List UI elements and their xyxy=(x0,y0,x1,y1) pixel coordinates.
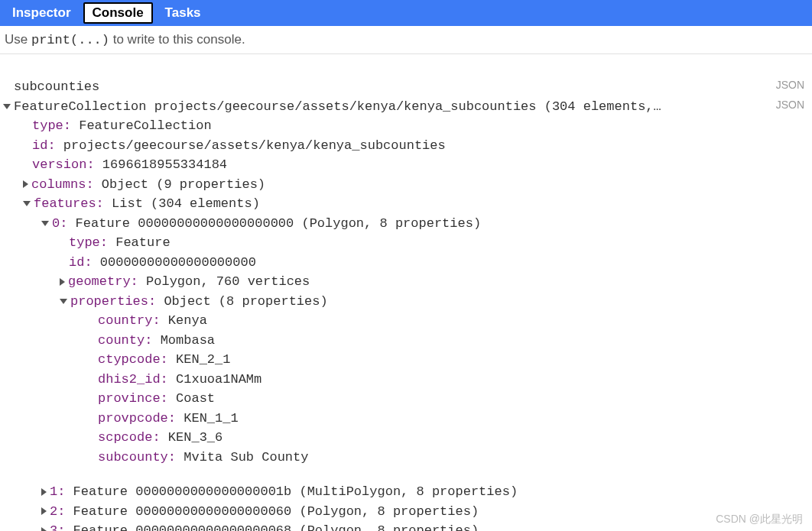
key-label: ctypcode: xyxy=(98,352,168,367)
caret-down-icon[interactable] xyxy=(23,201,31,206)
caret-right-icon[interactable] xyxy=(60,278,65,286)
prop-scpcode-row: scpcode: KEN_3_6 xyxy=(0,428,812,448)
tab-tasks[interactable]: Tasks xyxy=(156,2,210,24)
value-text: List (304 elements) xyxy=(112,196,260,211)
f0-properties-row[interactable]: properties: Object (8 properties) xyxy=(0,292,812,312)
caret-down-icon[interactable] xyxy=(3,104,11,109)
prop-provpcode-row: provpcode: KEN_1_1 xyxy=(0,409,812,429)
value-text: Feature 00000000000000000068 (Polygon, 8… xyxy=(73,523,479,531)
key-label: geometry: xyxy=(68,274,138,289)
key-label: provpcode: xyxy=(98,411,176,426)
fc-header: FeatureCollection projects/geecourse/ass… xyxy=(14,99,661,114)
value-text: Object (8 properties) xyxy=(164,294,327,309)
f0-geometry-row[interactable]: geometry: Polygon, 760 vertices xyxy=(0,272,812,292)
value-text: Mombasa xyxy=(161,333,215,348)
value-text: KEN_2_1 xyxy=(176,352,230,367)
console-hint: Use print(...) to write to this console. xyxy=(0,26,812,54)
value-text: Mvita Sub County xyxy=(184,450,308,465)
key-label: features: xyxy=(34,196,104,211)
key-label: country: xyxy=(98,313,161,328)
watermark: CSDN @此星光明 xyxy=(716,513,803,526)
json-button[interactable]: JSON xyxy=(776,77,804,93)
caret-right-icon[interactable] xyxy=(41,488,47,496)
key-label: type: xyxy=(32,118,71,133)
prop-county-row: county: Mombasa xyxy=(0,331,812,351)
console-body: JSON subcounties JSON FeatureCollection … xyxy=(0,54,812,531)
key-label: subcounty: xyxy=(98,450,176,465)
value-text: KEN_1_1 xyxy=(184,411,238,426)
fc-features-row[interactable]: features: List (304 elements) xyxy=(0,194,812,214)
log-entry-title: JSON subcounties xyxy=(0,77,812,97)
caret-right-icon[interactable] xyxy=(23,180,28,188)
value-text: 1696618955334184 xyxy=(102,157,227,172)
caret-down-icon[interactable] xyxy=(41,221,49,226)
prop-subcounty-row: subcounty: Mvita Sub County xyxy=(0,448,812,468)
value-text: Feature 0000000000000000001b (MultiPolyg… xyxy=(73,484,518,499)
value-text: 00000000000000000000 xyxy=(100,255,256,270)
log-entry-featurecollection: JSON FeatureCollection projects/geecours… xyxy=(0,97,812,532)
feature-3-row[interactable]: 3: Feature 00000000000000000068 (Polygon… xyxy=(0,521,812,531)
key-label: properties: xyxy=(70,294,156,309)
value-text: Object (9 properties) xyxy=(102,177,265,192)
tab-bar: Inspector Console Tasks xyxy=(0,0,812,26)
caret-right-icon[interactable] xyxy=(41,507,47,515)
key-label: 1: xyxy=(50,484,65,499)
key-label: dhis2_id: xyxy=(98,372,168,387)
entry-title: subcounties xyxy=(0,77,812,97)
value-text: Feature xyxy=(115,235,170,250)
value-text: KEN_3_6 xyxy=(168,430,222,445)
value-text: Feature 00000000000000000060 (Polygon, 8… xyxy=(73,504,479,519)
json-button[interactable]: JSON xyxy=(776,97,804,113)
key-label: id: xyxy=(69,255,93,270)
caret-down-icon[interactable] xyxy=(60,299,67,304)
hint-suffix: to write to this console. xyxy=(109,32,245,47)
tab-console[interactable]: Console xyxy=(83,2,153,24)
key-label: version: xyxy=(32,157,95,172)
key-label: type: xyxy=(69,235,108,250)
fc-columns-row[interactable]: columns: Object (9 properties) xyxy=(0,175,812,195)
prop-dhis2-row: dhis2_id: C1xuoa1NAMm xyxy=(0,370,812,390)
key-label: 0: xyxy=(52,216,67,231)
fc-header-row[interactable]: FeatureCollection projects/geecourse/ass… xyxy=(0,97,812,117)
f0-id-row: id: 00000000000000000000 xyxy=(0,253,812,273)
feature-2-row[interactable]: 2: Feature 00000000000000000060 (Polygon… xyxy=(0,502,812,522)
value-text: FeatureCollection xyxy=(79,118,211,133)
key-label: scpcode: xyxy=(98,430,161,445)
hint-prefix: Use xyxy=(5,32,31,47)
key-label: id: xyxy=(32,138,56,153)
value-text: Coast xyxy=(176,391,215,406)
prop-ctypcode-row: ctypcode: KEN_2_1 xyxy=(0,350,812,370)
value-text: C1xuoa1NAMm xyxy=(176,372,261,387)
value-text: projects/geecourse/assets/kenya/kenya_su… xyxy=(63,138,446,153)
value-text: Kenya xyxy=(168,313,207,328)
fc-version-row: version: 1696618955334184 xyxy=(0,155,812,175)
prop-country-row: country: Kenya xyxy=(0,311,812,331)
caret-right-icon[interactable] xyxy=(41,527,47,531)
key-label: 2: xyxy=(50,504,65,519)
hint-code: print(...) xyxy=(31,33,109,47)
f0-type-row: type: Feature xyxy=(0,233,812,253)
key-label: province: xyxy=(98,391,168,406)
tab-inspector[interactable]: Inspector xyxy=(3,2,80,24)
feature-1-row[interactable]: 1: Feature 0000000000000000001b (MultiPo… xyxy=(0,482,812,502)
prop-province-row: province: Coast xyxy=(0,389,812,409)
key-label: 3: xyxy=(50,523,65,531)
fc-id-row: id: projects/geecourse/assets/kenya/keny… xyxy=(0,136,812,156)
key-label: county: xyxy=(98,333,152,348)
feature-0-row[interactable]: 0: Feature 00000000000000000000 (Polygon… xyxy=(0,214,812,234)
value-text: Feature 00000000000000000000 (Polygon, 8… xyxy=(76,216,482,231)
key-label: columns: xyxy=(31,177,94,192)
value-text: Polygon, 760 vertices xyxy=(146,274,310,289)
fc-type-row: type: FeatureCollection xyxy=(0,116,812,136)
